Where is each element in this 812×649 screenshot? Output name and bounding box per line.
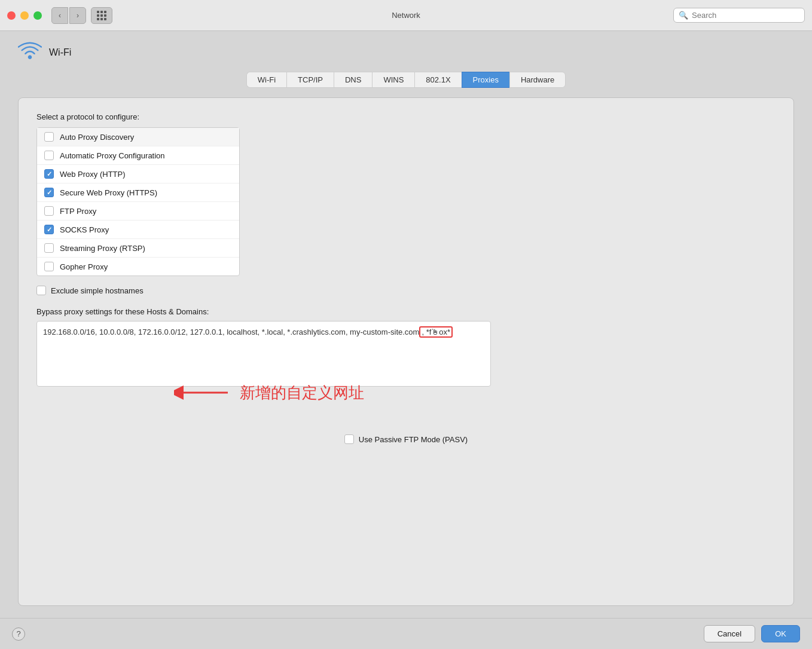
exclude-row: Exclude simple hostnames (36, 286, 776, 295)
annotation-arrow-icon (174, 381, 234, 405)
search-icon: 🔍 (679, 11, 688, 20)
wifi-label: Wi-Fi (49, 47, 71, 58)
streaming-proxy-checkbox[interactable] (44, 243, 54, 253)
passive-ftp-checkbox[interactable] (344, 434, 354, 444)
bypass-text-main: 192.168.0.0/16, 10.0.0.0/8, 172.16.0.0/1… (43, 327, 419, 336)
passive-ftp-label: Use Passive FTP Mode (PASV) (359, 435, 468, 444)
bottom-actions: Cancel OK (704, 625, 800, 642)
maximize-button[interactable] (33, 11, 42, 20)
list-item[interactable]: Web Proxy (HTTP) (37, 165, 239, 183)
passive-ftp-row: Use Passive FTP Mode (PASV) (36, 434, 776, 444)
gopher-proxy-label: Gopher Proxy (60, 262, 108, 271)
web-proxy-http-checkbox[interactable] (44, 169, 54, 179)
forward-button[interactable]: › (69, 7, 86, 24)
wifi-icon (18, 43, 42, 62)
list-item[interactable]: Gopher Proxy (37, 258, 239, 275)
tab-wifi[interactable]: Wi-Fi (246, 72, 286, 88)
tabs-container: Wi-Fi TCP/IP DNS WINS 802.1X Proxies Har… (18, 72, 794, 88)
protocol-list: Auto Proxy Discovery Automatic Proxy Con… (36, 127, 240, 276)
window-title: Network (392, 11, 420, 20)
streaming-proxy-label: Streaming Proxy (RTSP) (60, 244, 145, 253)
gopher-proxy-checkbox[interactable] (44, 262, 54, 271)
main-content: Wi-Fi Wi-Fi TCP/IP DNS WINS 802.1X Proxi… (0, 31, 812, 618)
ftp-proxy-label: FTP Proxy (60, 207, 96, 216)
auto-proxy-discovery-checkbox[interactable] (44, 132, 54, 142)
bypass-content-wrapper: 192.168.0.0/16, 10.0.0.0/8, 172.16.0.0/1… (36, 321, 491, 387)
section-label: Select a protocol to configure: (36, 112, 776, 121)
tab-proxies[interactable]: Proxies (462, 72, 509, 88)
cancel-button[interactable]: Cancel (704, 625, 755, 642)
titlebar: ‹ › Network 🔍 (0, 0, 812, 31)
help-button[interactable]: ? (12, 627, 25, 641)
search-box[interactable]: 🔍 (673, 8, 805, 23)
bypass-highlighted-text: , *f🖱ox* (419, 326, 453, 338)
grid-button[interactable] (91, 7, 112, 24)
auto-proxy-discovery-label: Auto Proxy Discovery (60, 133, 134, 142)
exclude-hostnames-label: Exclude simple hostnames (51, 286, 144, 295)
tab-dns[interactable]: DNS (334, 72, 372, 88)
panel: Select a protocol to configure: Auto Pro… (18, 97, 794, 606)
tab-hardware[interactable]: Hardware (509, 72, 566, 88)
ftp-proxy-checkbox[interactable] (44, 206, 54, 216)
close-button[interactable] (7, 11, 16, 20)
ok-button[interactable]: OK (761, 625, 800, 642)
socks-proxy-checkbox[interactable] (44, 225, 54, 234)
list-item[interactable]: Secure Web Proxy (HTTPS) (37, 183, 239, 202)
tab-tcpip[interactable]: TCP/IP (286, 72, 334, 88)
list-item[interactable]: Streaming Proxy (RTSP) (37, 239, 239, 258)
bypass-text-area[interactable]: 192.168.0.0/16, 10.0.0.0/8, 172.16.0.0/1… (36, 321, 491, 387)
tab-8021x[interactable]: 802.1X (414, 72, 461, 88)
search-input[interactable] (692, 11, 799, 20)
web-proxy-http-label: Web Proxy (HTTP) (60, 170, 126, 179)
automatic-proxy-config-checkbox[interactable] (44, 151, 54, 160)
annotation-text: 新增的自定义网址 (240, 382, 364, 403)
exclude-hostnames-checkbox[interactable] (36, 286, 46, 295)
secure-web-proxy-checkbox[interactable] (44, 188, 54, 197)
bottom-bar: ? Cancel OK (0, 618, 812, 649)
tab-wins[interactable]: WINS (372, 72, 414, 88)
list-item[interactable]: Auto Proxy Discovery (37, 128, 239, 146)
annotation-arrow-area: 新增的自定义网址 (174, 381, 364, 405)
nav-arrows: ‹ › (51, 7, 86, 24)
wifi-header: Wi-Fi (18, 43, 794, 62)
minimize-button[interactable] (20, 11, 29, 20)
list-item[interactable]: Automatic Proxy Configuration (37, 146, 239, 165)
secure-web-proxy-label: Secure Web Proxy (HTTPS) (60, 188, 157, 197)
back-button[interactable]: ‹ (51, 7, 68, 24)
list-item[interactable]: SOCKS Proxy (37, 221, 239, 239)
list-item[interactable]: FTP Proxy (37, 202, 239, 221)
bypass-label: Bypass proxy settings for these Hosts & … (36, 307, 776, 316)
automatic-proxy-config-label: Automatic Proxy Configuration (60, 151, 165, 160)
window-controls (7, 11, 42, 20)
socks-proxy-label: SOCKS Proxy (60, 225, 109, 234)
